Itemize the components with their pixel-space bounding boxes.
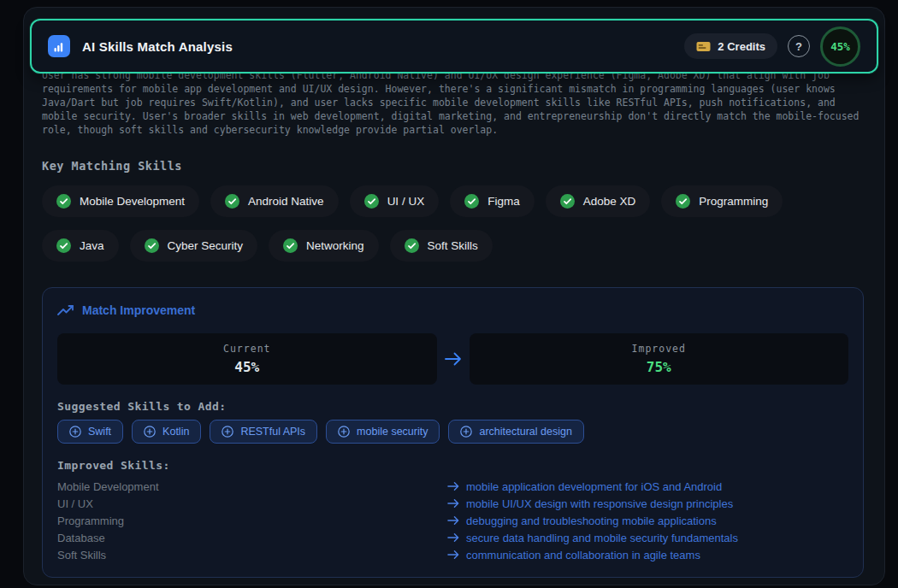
current-score-box: Current 45% — [57, 333, 437, 385]
check-icon — [560, 194, 575, 209]
suggested-skills-heading: Suggested Skills to Add: — [57, 400, 848, 413]
skill-chip-label: Cyber Security — [168, 239, 244, 252]
improved-skill-name: Soft Skills — [57, 549, 447, 562]
arrow-right-icon — [447, 515, 460, 526]
suggested-skill-label: architectural design — [479, 426, 571, 438]
match-score-badge: 45% — [820, 26, 860, 67]
skill-chip: UI / UX — [350, 185, 440, 217]
improved-skill-row: Database secure data handling and mobile… — [57, 529, 848, 546]
skill-chip-label: Soft Skills — [428, 239, 478, 252]
check-icon — [364, 194, 379, 209]
improved-value: 75% — [647, 359, 671, 375]
skill-chip: Mobile Development — [42, 185, 199, 217]
suggested-skill-chip[interactable]: Kotlin — [132, 420, 201, 444]
plus-circle-icon — [144, 426, 156, 438]
check-icon — [56, 238, 71, 253]
suggested-skill-chip[interactable]: Swift — [57, 420, 123, 444]
arrow-right-icon — [447, 498, 460, 509]
improved-skill-name: Mobile Development — [57, 480, 447, 493]
skill-chip: Programming — [661, 185, 783, 217]
suggested-skill-chip[interactable]: architectural design — [448, 420, 583, 444]
stat-row: Current 45% Improved 75% — [57, 333, 848, 385]
improved-skill-name: Programming — [57, 514, 447, 527]
check-icon — [676, 194, 690, 209]
check-icon — [283, 238, 298, 253]
improved-skill-name: Database — [57, 532, 447, 544]
credits-badge: 2 Credits — [684, 33, 777, 59]
current-value: 45% — [234, 359, 259, 375]
improved-skill-row: Mobile Development mobile application de… — [57, 478, 848, 495]
suggested-skill-label: Kotlin — [162, 426, 189, 438]
improved-skill-row: Programming debugging and troubleshootin… — [57, 512, 848, 529]
main-panel: AI Skills Match Analysis 2 Credits ? 45%… — [23, 7, 885, 585]
trending-up-icon — [57, 304, 74, 316]
check-icon — [145, 238, 159, 253]
arrow-right-icon — [447, 550, 460, 560]
skill-chip: Soft Skills — [390, 230, 493, 262]
improved-skill-name: UI / UX — [57, 497, 447, 510]
improved-skill-description-text: secure data handling and mobile security… — [466, 532, 738, 544]
improved-label: Improved — [632, 343, 686, 355]
improved-skill-row: UI / UX mobile UI/UX design with respons… — [57, 495, 848, 512]
header-card: AI Skills Match Analysis 2 Credits ? 45% — [30, 19, 878, 74]
plus-circle-icon — [222, 426, 233, 438]
arrow-right-icon — [447, 481, 460, 491]
header-right: 2 Credits ? 45% — [684, 26, 860, 67]
arrow-right-icon — [447, 532, 460, 543]
improved-skill-description-text: mobile UI/UX design with responsive desi… — [466, 497, 733, 510]
skill-chip: Adobe XD — [546, 185, 651, 217]
help-icon[interactable]: ? — [788, 35, 810, 57]
improved-skill-description: secure data handling and mobile security… — [447, 532, 848, 544]
plus-circle-icon — [460, 426, 472, 438]
improved-skill-description: mobile UI/UX design with responsive desi… — [447, 497, 848, 510]
skill-chip-label: Figma — [487, 195, 520, 208]
check-icon — [225, 194, 239, 209]
page-title: AI Skills Match Analysis — [82, 39, 233, 54]
skill-chip-label: Adobe XD — [583, 195, 636, 208]
improved-skill-description: communication and collaboration in agile… — [447, 549, 848, 562]
current-label: Current — [223, 343, 270, 355]
skill-chip: Figma — [450, 185, 535, 217]
skill-chip-label: Mobile Development — [80, 195, 185, 208]
improved-skills-heading: Improved Skills: — [57, 459, 848, 472]
skill-chip-label: Java — [80, 239, 104, 252]
improved-skill-description-text: communication and collaboration in agile… — [466, 549, 700, 562]
improved-skill-description-text: mobile application development for iOS a… — [466, 480, 722, 493]
suggested-skills-list: Swift Kotlin — [57, 420, 848, 444]
suggested-skill-label: Swift — [88, 426, 111, 438]
improved-skill-description-text: debugging and troubleshooting mobile app… — [466, 514, 717, 527]
suggested-skill-chip[interactable]: RESTful APIs — [210, 420, 317, 444]
improved-skill-description: mobile application development for iOS a… — [447, 480, 848, 493]
improved-skill-description: debugging and troubleshooting mobile app… — [447, 514, 848, 527]
matching-skills-heading: Key Matching Skills — [42, 159, 866, 173]
skill-chip: Networking — [269, 230, 379, 262]
plus-circle-icon — [69, 426, 81, 438]
match-improvement-title-label: Match Improvement — [82, 303, 195, 317]
credits-label: 2 Credits — [718, 40, 765, 53]
match-improvement-card: Match Improvement Current 45% Improved 7… — [42, 287, 864, 578]
skill-chip-label: UI / UX — [387, 195, 425, 208]
match-improvement-title: Match Improvement — [57, 303, 848, 317]
matching-skills-list: Mobile Development Android Native — [42, 185, 866, 262]
content: User has strong mobile development skill… — [24, 68, 884, 578]
suggested-skill-chip[interactable]: mobile security — [326, 420, 440, 444]
improved-skills-list: Mobile Development mobile application de… — [57, 478, 848, 563]
header-left: AI Skills Match Analysis — [48, 35, 233, 57]
arrow-right-icon — [437, 351, 470, 367]
check-icon — [405, 238, 419, 253]
suggested-skill-label: mobile security — [357, 426, 428, 438]
skill-chip-label: Networking — [306, 239, 364, 252]
analysis-summary: User has strong mobile development skill… — [42, 68, 868, 137]
skill-chip-label: Android Native — [248, 195, 324, 208]
credits-icon — [696, 41, 711, 52]
bar-chart-icon — [48, 35, 70, 57]
skill-chip: Java — [42, 230, 119, 262]
suggested-skill-label: RESTful APIs — [240, 426, 305, 438]
improved-skill-row: Soft Skills communication and collaborat… — [57, 546, 848, 563]
plus-circle-icon — [338, 426, 350, 438]
check-icon — [464, 194, 479, 209]
skill-chip-label: Programming — [699, 195, 768, 208]
skill-chip: Android Native — [210, 185, 339, 217]
improved-score-box: Improved 75% — [470, 333, 849, 385]
skill-chip: Cyber Security — [130, 230, 258, 262]
